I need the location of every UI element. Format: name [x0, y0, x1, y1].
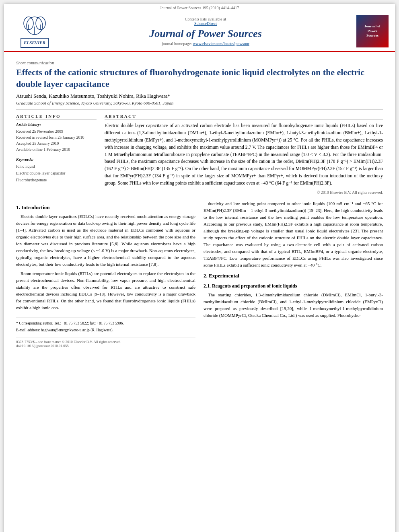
article-type-label: Short communication: [16, 57, 383, 65]
abstract-heading: A B S T R A C T: [105, 114, 383, 120]
body-two-col: 1. Introduction Electric double layer ca…: [16, 200, 383, 348]
article-info-column: A R T I C L E I N F O Article history: R…: [16, 114, 97, 194]
received-date: Received 25 November 2009: [16, 128, 97, 134]
article-info-heading: A R T I C L E I N F O: [16, 114, 97, 120]
keyword-2: Electric double layer capacitor: [16, 170, 97, 177]
journal-homepage: journal homepage: www.elsevier.com/locat…: [59, 41, 352, 46]
sciencedirect-link[interactable]: ScienceDirect: [59, 21, 352, 26]
citation-text: Journal of Power Sources 195 (2010) 4414…: [160, 6, 239, 10]
corresponding-author: * Corresponding author. Tel.: +81 75 753…: [16, 320, 195, 326]
footnote-section: * Corresponding author. Tel.: +81 75 753…: [16, 318, 195, 333]
keywords-label: Keywords:: [16, 157, 97, 162]
revised-date: Received in revised form 25 January 2010: [16, 134, 97, 140]
elsevier-wordmark: ELSEVIER: [21, 38, 49, 48]
experimental-paragraph: The starting chlorides, 1,3-dimethylimid…: [204, 292, 383, 319]
abstract-column: A B S T R A C T Electric double layer ca…: [105, 114, 383, 194]
article-info-abstract-section: A R T I C L E I N F O Article history: R…: [16, 109, 383, 194]
article-title: Effects of the cationic structures of fl…: [16, 67, 383, 90]
power-sources-logo: Journal of Power Sources: [356, 15, 389, 47]
online-date: Available online 1 February 2010: [16, 146, 97, 152]
journal-logo-box-section: Journal of Power Sources: [352, 15, 389, 47]
contents-available-text: Contents lists available at ScienceDirec…: [59, 17, 352, 26]
intro-paragraph-1: Electric double layer capacitors (EDLCs)…: [16, 213, 195, 312]
abstract-text: Electric double layer capacitance of an …: [105, 122, 383, 187]
keywords-section: Keywords: Ionic liquid Electric double l…: [16, 157, 97, 183]
issn-line1: 0378-7753/$ – see front matter © 2010 El…: [16, 340, 195, 344]
authors: Atsushi Senda, Kazuhiko Matsumoto, Toshi…: [16, 93, 383, 99]
article-history-label: Article history:: [16, 122, 97, 127]
keyword-1: Ionic liquid: [16, 163, 97, 170]
journal-url[interactable]: www.elsevier.com/locate/jpowsour: [193, 41, 249, 46]
journal-header: ELSEVIER Contents lists available at Sci…: [4, 11, 395, 52]
email-footnote: E-mail address: hagiwara@energy.kyoto-u.…: [16, 327, 195, 333]
elsevier-logo-section: ELSEVIER: [10, 14, 59, 48]
journal-citation: Journal of Power Sources 195 (2010) 4414…: [4, 4, 395, 11]
journal-header-center: Contents lists available at ScienceDirec…: [59, 17, 352, 46]
keyword-3: Fluorohydrogenate: [16, 177, 97, 183]
main-content: Short communication Effects of the catio…: [4, 52, 395, 356]
issn-section: 0378-7753/$ – see front matter © 2010 El…: [16, 337, 195, 348]
body-right-column: ductivity and low melting point compared…: [204, 200, 383, 348]
doi-line: doi:10.1016/j.jpowsour.2010.01.055: [16, 344, 195, 348]
copyright-line: © 2010 Elsevier B.V. All rights reserved…: [105, 190, 383, 195]
affiliation: Graduate School of Energy Science, Kyoto…: [16, 101, 383, 105]
intro-continuation: ductivity and low melting point compared…: [204, 200, 383, 269]
elsevier-tree-icon: [21, 14, 49, 37]
experimental-sub-heading: 2.1. Reagents and preparation of ionic l…: [204, 283, 383, 289]
accepted-date: Accepted 25 January 2010: [16, 140, 97, 146]
body-content: 1. Introduction Electric double layer ca…: [16, 200, 383, 348]
journal-title: Journal of Power Sources: [59, 27, 352, 40]
body-left-column: 1. Introduction Electric double layer ca…: [16, 200, 195, 348]
experimental-heading: 2. Experimental: [204, 273, 383, 279]
intro-heading: 1. Introduction: [16, 204, 195, 211]
